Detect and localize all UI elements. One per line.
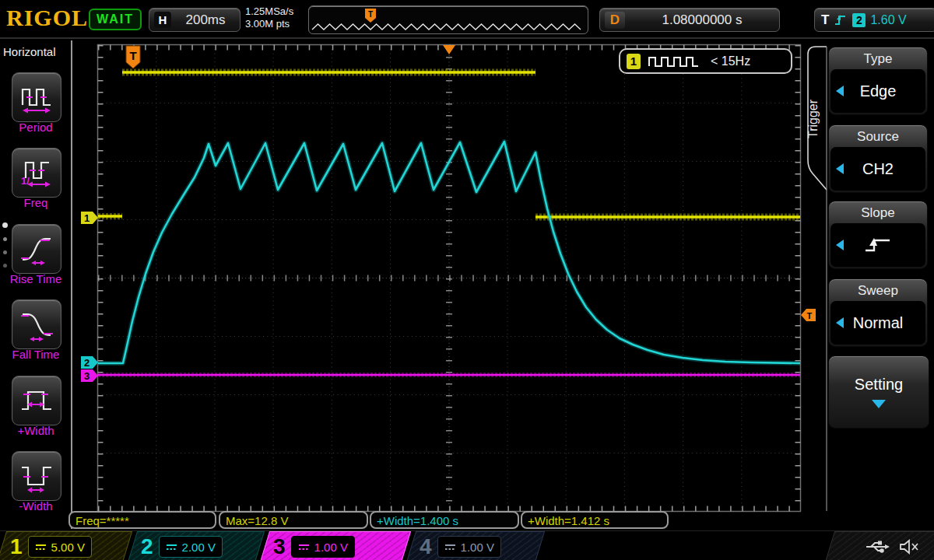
left-panel-title: Horizontal (3, 45, 56, 58)
menu-type[interactable]: Type Edge (828, 47, 928, 115)
measure-label-period: Period (0, 121, 72, 134)
measure-button-freq[interactable]: 1/ (12, 148, 61, 198)
svg-text:3: 3 (84, 370, 90, 382)
neg-width-icon (19, 458, 54, 494)
channel-2-status[interactable]: 2 2.00 V (128, 531, 265, 560)
measure-button-period[interactable] (12, 72, 61, 122)
trigger-frequency-popup: 1 < 15Hz (619, 48, 792, 74)
measure-label-rise-time: Rise Time (0, 272, 72, 285)
measurement-pos-width-ch2: +Width=1.400 s (370, 511, 519, 529)
memory-depth: 3.00M pts (245, 18, 293, 30)
channel-2-number: 2 (141, 534, 153, 560)
oscilloscope-screen: 1 2 3 T T RIGOL (0, 0, 934, 560)
menu-sweep-label: Sweep (830, 281, 925, 301)
measure-scroll-dots[interactable] (2, 222, 8, 268)
square-wave-icon (648, 54, 703, 68)
sound-muted-icon (899, 539, 919, 555)
trigger-menu-tab: Trigger (802, 48, 825, 190)
left-arrow-icon (836, 240, 844, 250)
menu-setting-button[interactable]: Setting (828, 355, 929, 429)
measure-label-freq: Freq (0, 196, 72, 209)
delay-value: 1.08000000 s (625, 12, 779, 28)
dc-coupling-icon (298, 543, 310, 551)
channel-4-scale: 1.00 V (437, 536, 501, 558)
waveform-display: 1 2 3 T T (0, 0, 934, 560)
timebase-box[interactable]: H 200ms (149, 8, 241, 32)
trigger-level-value: 1.60 V (870, 13, 906, 27)
left-arrow-icon (836, 163, 844, 174)
popup-frequency-text: < 15Hz (711, 54, 750, 68)
measure-label-fall-time: Fall Time (0, 348, 72, 361)
channel-status-bar: 1 5.00 V 2 2.00 V (0, 530, 934, 560)
menu-type-label: Type (830, 49, 925, 69)
channel-3-number: 3 (273, 534, 286, 560)
period-icon (19, 79, 54, 115)
preview-waveform (312, 24, 581, 30)
left-arrow-icon (836, 317, 844, 328)
measure-button-pos-width[interactable] (12, 376, 61, 425)
svg-text:T: T (807, 311, 813, 320)
channel-3-scale: 1.00 V (291, 536, 355, 558)
menu-type-value: Edge (860, 82, 897, 100)
menu-sweep[interactable]: Sweep Normal (828, 278, 928, 347)
trigger-source-badge: 2 (852, 13, 866, 27)
ch1-position-marker[interactable]: 1 (81, 212, 98, 224)
waveform-preview[interactable]: T (308, 5, 588, 34)
menu-source-label: Source (830, 127, 925, 147)
top-status-bar: RIGOL WAIT H 200ms 1.25MSa/s 3.00M pts T… (0, 0, 934, 39)
measurement-pos-width-ch1: +Width=1.412 s (521, 511, 669, 529)
down-arrow-icon (872, 400, 886, 408)
channel-3-status-selected[interactable]: 3 1.00 V (260, 531, 411, 560)
menu-slope[interactable]: Slope (828, 201, 928, 269)
sample-rate: 1.25MSa/s (245, 5, 293, 18)
svg-text:T: T (368, 10, 373, 19)
measure-button-rise-time[interactable] (12, 224, 61, 274)
measure-button-fall-time[interactable] (12, 299, 61, 349)
svg-text:2: 2 (84, 357, 90, 369)
menu-slope-label: Slope (830, 203, 925, 223)
ch2-position-marker[interactable]: 2 (81, 356, 98, 369)
trigger-label: T (821, 12, 829, 28)
measurement-max: Max=12.8 V (219, 511, 368, 529)
channel-4-number: 4 (420, 534, 432, 560)
popup-channel-badge: 1 (627, 54, 641, 69)
trigger-status-box[interactable]: T 2 1.60 V (814, 8, 934, 32)
measure-label-pos-width: +Width (0, 424, 72, 437)
channel-1-status[interactable]: 1 5.00 V (0, 531, 132, 560)
delay-label: D (605, 12, 625, 29)
channel-4-status[interactable]: 4 1.00 V (406, 531, 545, 560)
acquisition-info: 1.25MSa/s 3.00M pts (245, 5, 293, 30)
measurement-freq: Freq=***** (68, 511, 216, 529)
delay-box[interactable]: D 1.08000000 s (599, 8, 780, 32)
channel-1-number: 1 (10, 534, 23, 560)
left-arrow-icon (836, 86, 844, 96)
system-tray (825, 531, 934, 560)
rigol-logo: RIGOL (6, 5, 88, 31)
edge-slope-icon (834, 13, 848, 27)
svg-text:1: 1 (84, 212, 90, 224)
measure-button-neg-width[interactable] (12, 451, 61, 501)
rise-time-icon (19, 231, 54, 267)
dc-coupling-icon (444, 543, 456, 551)
timebase-label: H (154, 12, 171, 28)
svg-text:T: T (130, 49, 137, 62)
setting-label: Setting (855, 376, 903, 394)
channel-1-scale: 5.00 V (28, 536, 92, 558)
measure-label-neg-width: -Width (0, 499, 72, 513)
preview-trigger-flag[interactable]: T (365, 9, 376, 23)
menu-source[interactable]: Source CH2 (828, 124, 928, 193)
dc-coupling-icon (35, 543, 47, 551)
timebase-value: 200ms (171, 12, 240, 28)
usb-icon (865, 540, 890, 554)
menu-source-value: CH2 (862, 160, 894, 178)
ch3-position-marker[interactable]: 3 (81, 369, 98, 382)
dc-coupling-icon (166, 543, 177, 551)
acquisition-status-badge: WAIT (89, 9, 142, 30)
pos-width-icon (19, 383, 54, 418)
trigger-level-marker[interactable]: T (801, 309, 816, 321)
freq-icon: 1/ (19, 155, 54, 191)
fall-time-icon (19, 306, 54, 342)
channel-2-scale: 2.00 V (159, 536, 223, 558)
menu-sweep-value: Normal (853, 314, 903, 332)
rising-slope-icon (862, 235, 894, 255)
